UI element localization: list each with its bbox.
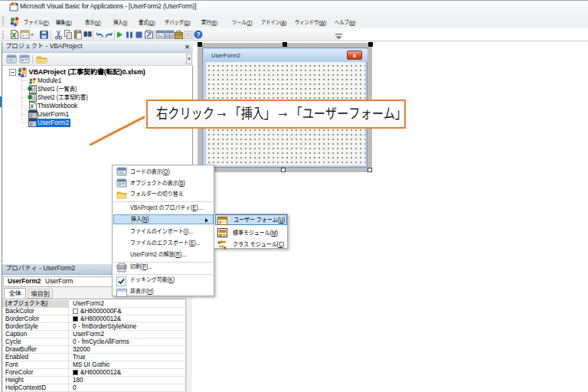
svg-text:?: ? bbox=[196, 31, 200, 38]
